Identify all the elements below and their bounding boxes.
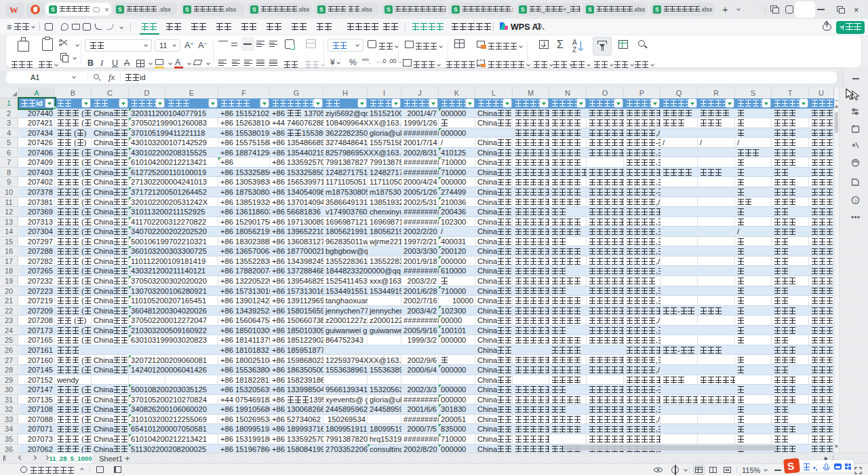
svg-text:?: ? (854, 198, 857, 204)
